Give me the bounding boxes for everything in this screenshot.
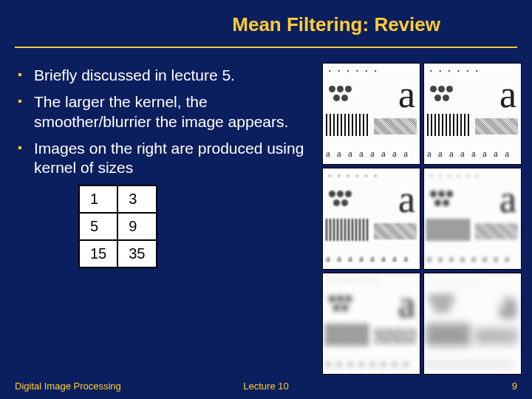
bullet-item: Briefly discussed in lecture 5. — [18, 66, 315, 85]
table-cell: 9 — [117, 213, 156, 240]
bullet-item: Images on the right are produced using k… — [18, 139, 315, 178]
footer-left: Digital Image Processing — [15, 381, 121, 392]
table-cell: 35 — [117, 240, 156, 267]
filtered-image-4: • • • • • • • • • • a a a a a a a a a — [423, 168, 522, 270]
filtered-image-5: • • • • • • • • • • a a a a a a a a a — [322, 273, 420, 375]
left-column: Briefly discussed in lecture 5. The larg… — [18, 63, 315, 375]
bullet-item: The larger the kernel, the smoother/blur… — [18, 92, 315, 132]
footer-page-number: 9 — [512, 381, 517, 392]
table-cell: 5 — [79, 213, 117, 240]
filtered-image-2: • • • • • • • • • • a a a a a a a a a — [423, 63, 522, 165]
bullet-list: Briefly discussed in lecture 5. The larg… — [18, 66, 315, 177]
content-area: Briefly discussed in lecture 5. The larg… — [0, 48, 532, 375]
table-row: 1 3 — [79, 185, 157, 213]
filtered-image-1: • • • • • • • • • • a a a a a a a a a — [322, 63, 420, 165]
footer-center: Lecture 10 — [243, 381, 288, 392]
kernel-size-table: 1 3 5 9 15 35 — [78, 185, 157, 268]
title-wrap: Mean Filtering: Review — [0, 0, 532, 44]
table-cell: 15 — [79, 240, 117, 267]
image-grid: • • • • • • • • • • a a a a a a a a a • … — [322, 63, 522, 375]
table-cell: 1 — [79, 185, 117, 213]
filtered-image-6: • • • • • • • • • • a a a a a a a a a — [423, 273, 522, 375]
filtered-image-3: • • • • • • • • • • a a a a a a a a a — [322, 168, 420, 270]
slide-title: Mean Filtering: Review — [232, 13, 514, 36]
table-row: 15 35 — [79, 240, 157, 267]
table-cell: 3 — [117, 185, 156, 213]
slide-footer: Digital Image Processing Lecture 10 9 — [0, 381, 532, 392]
table-row: 5 9 — [79, 213, 157, 240]
